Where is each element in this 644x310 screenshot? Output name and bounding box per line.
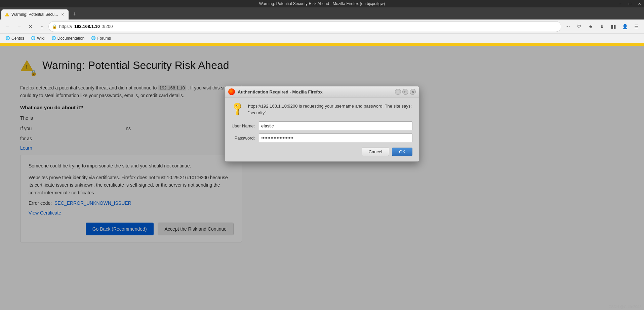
window-title: Warning: Potential Security Risk Ahead -… [259, 1, 385, 6]
bookmark-forums[interactable]: 🌐 Forums [88, 35, 114, 41]
cancel-button[interactable]: Cancel [362, 148, 389, 156]
extensions-btn[interactable]: ⋯ [563, 22, 573, 32]
dialog-title-left: Authentication Required - Mozilla Firefo… [228, 88, 323, 95]
auth-dialog-overlay: Authentication Required - Mozilla Firefo… [0, 46, 644, 310]
key-icon: 🔑 [229, 100, 245, 116]
bookmark-centos-icon: 🌐 [5, 36, 10, 40]
shield-btn[interactable]: 🛡 [574, 22, 584, 32]
active-tab[interactable]: ! Warning: Potential Secu... ✕ [1, 9, 69, 20]
close-btn[interactable]: ✕ [635, 0, 644, 7]
dialog-message-text: https://192.168.1.10:9200 is requesting … [248, 103, 412, 116]
dialog-close-btn[interactable]: ✕ [410, 89, 416, 95]
yellow-strip [0, 43, 644, 46]
bookmark-btn[interactable]: ★ [586, 22, 596, 32]
password-input[interactable] [259, 133, 412, 142]
dialog-title-bar: Authentication Required - Mozilla Firefo… [225, 86, 419, 98]
watermark: CSDN @Callie2098 [609, 305, 641, 309]
svg-text:!: ! [7, 14, 7, 16]
url-scheme: https:// [59, 24, 72, 29]
url-bar[interactable]: 🔒 https://192.168.1.10:9200 [48, 21, 561, 32]
firefox-icon [228, 88, 235, 95]
bookmark-docs-label: Documentation [57, 36, 85, 41]
bookmark-forums-label: Forums [97, 36, 111, 41]
account-btn[interactable]: 👤 [620, 22, 630, 32]
tab-close-btn[interactable]: ✕ [60, 12, 65, 17]
maximize-btn[interactable]: □ [625, 0, 635, 7]
title-bar: Warning: Potential Security Risk Ahead -… [0, 0, 644, 7]
bookmark-centos-label: Centos [11, 36, 24, 41]
minimize-btn[interactable]: − [616, 0, 625, 7]
url-host: 192.168.1.10 [74, 24, 100, 29]
ok-button[interactable]: OK [392, 148, 412, 156]
forward-btn[interactable]: → [14, 22, 24, 32]
security-lock-icon: 🔒 [52, 24, 57, 29]
dialog-body: 🔑 https://192.168.1.10:9200 is requestin… [225, 98, 419, 161]
dialog-action-buttons: Cancel OK [232, 148, 412, 156]
bookmark-centos[interactable]: 🌐 Centos [3, 35, 27, 41]
window-controls: − □ ✕ [616, 0, 644, 7]
username-input[interactable] [259, 121, 412, 130]
page-content: ! 🔒 Warning: Potential Security Risk Ahe… [0, 46, 644, 310]
synced-tabs-btn[interactable]: ▮▮ [608, 22, 618, 32]
menu-btn[interactable]: ☰ [631, 22, 641, 32]
dialog-message-row: 🔑 https://192.168.1.10:9200 is requestin… [232, 103, 412, 116]
dialog-title-text: Authentication Required - Mozilla Firefo… [238, 89, 323, 94]
downloads-btn[interactable]: ⬇ [597, 22, 607, 32]
auth-form: User Name: Password: [232, 121, 412, 142]
url-port: :9200 [102, 24, 113, 29]
home-btn[interactable]: ⌂ [37, 22, 47, 32]
bookmark-wiki-label: Wiki [37, 36, 45, 41]
bookmarks-bar: 🌐 Centos 🌐 Wiki 🌐 Documentation 🌐 Forums [0, 34, 644, 43]
auth-dialog: Authentication Required - Mozilla Firefo… [225, 86, 419, 162]
bookmark-forums-icon: 🌐 [91, 36, 96, 40]
dialog-minimize-btn[interactable]: − [395, 89, 401, 95]
bookmark-wiki-icon: 🌐 [31, 36, 36, 40]
new-tab-button[interactable]: + [70, 9, 79, 19]
dialog-maximize-btn[interactable]: □ [402, 89, 408, 95]
nav-right-buttons: ⋯ 🛡 ★ ⬇ ▮▮ 👤 ☰ [563, 22, 641, 32]
nav-bar: ← → ✕ ⌂ 🔒 https://192.168.1.10:9200 ⋯ 🛡 … [0, 20, 644, 34]
tab-label: Warning: Potential Secu... [11, 12, 58, 17]
bookmark-wiki[interactable]: 🌐 Wiki [28, 35, 47, 41]
back-btn[interactable]: ← [3, 22, 13, 32]
tab-favicon-warning: ! [5, 12, 9, 17]
tab-bar: ! Warning: Potential Secu... ✕ + [0, 7, 644, 20]
password-label: Password: [232, 135, 255, 141]
dialog-title-controls: − □ ✕ [395, 89, 416, 95]
bookmark-docs-icon: 🌐 [51, 36, 56, 40]
bookmark-documentation[interactable]: 🌐 Documentation [49, 35, 87, 41]
reload-btn[interactable]: ✕ [26, 22, 36, 32]
username-label: User Name: [232, 123, 255, 128]
